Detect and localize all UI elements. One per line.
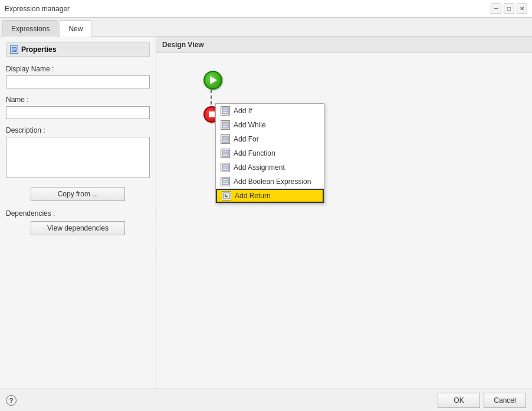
close-button[interactable]: ✕ <box>517 4 527 14</box>
view-dependencies-button[interactable]: View dependencies <box>31 221 125 235</box>
menu-item-add-while[interactable]: Add While <box>216 118 324 132</box>
title-bar-controls: ─ □ ✕ <box>491 4 527 14</box>
svg-rect-13 <box>222 150 228 156</box>
cancel-button[interactable]: Cancel <box>484 393 526 408</box>
svg-rect-10 <box>222 136 228 142</box>
add-for-icon <box>221 134 230 144</box>
display-name-group: Display Name : <box>6 65 150 88</box>
copy-from-button[interactable]: Copy from ... <box>31 187 125 201</box>
add-if-icon <box>221 106 230 116</box>
left-panel: Properties Display Name : Name : Descrip… <box>0 37 156 389</box>
play-icon <box>210 76 217 84</box>
help-button[interactable]: ? <box>6 395 17 406</box>
right-panel: Design View <box>156 37 532 389</box>
ok-button[interactable]: OK <box>438 393 480 408</box>
minimize-button[interactable]: ─ <box>491 4 501 14</box>
add-assignment-icon <box>221 163 230 172</box>
menu-item-add-for[interactable]: Add For <box>216 132 324 146</box>
bottom-buttons: OK Cancel <box>438 393 526 408</box>
context-menu: Add If Add While <box>215 103 324 203</box>
display-name-label: Display Name : <box>6 65 150 73</box>
bottom-bar: ? OK Cancel <box>0 389 532 411</box>
tab-bar: Expressions New <box>0 18 532 37</box>
menu-item-add-assignment[interactable]: Add Assignment <box>216 160 324 175</box>
add-boolean-icon <box>221 177 230 186</box>
name-input[interactable] <box>6 106 150 119</box>
design-view-header: Design View <box>156 37 532 53</box>
description-label: Description : <box>6 126 150 134</box>
menu-item-add-if[interactable]: Add If <box>216 104 324 118</box>
add-while-icon <box>221 120 230 130</box>
dependencies-label: Dependencies : <box>6 209 150 218</box>
description-textarea[interactable] <box>6 137 150 178</box>
name-label: Name : <box>6 96 150 104</box>
title-bar: Expression manager ─ □ ✕ <box>0 0 532 18</box>
add-return-icon <box>222 191 231 200</box>
dependencies-group: Dependencies : View dependencies <box>6 209 150 235</box>
play-button[interactable] <box>203 71 222 90</box>
svg-rect-4 <box>222 108 228 114</box>
menu-item-add-boolean[interactable]: Add Boolean Expression <box>216 175 324 189</box>
design-canvas: Add If Add While <box>156 53 532 389</box>
stop-icon <box>209 111 215 117</box>
title-bar-left: Expression manager <box>5 5 70 13</box>
menu-item-add-return[interactable]: Add Return <box>216 189 324 203</box>
tab-expressions[interactable]: Expressions <box>2 20 58 37</box>
svg-rect-7 <box>222 122 228 128</box>
properties-label: Properties <box>21 45 56 54</box>
main-content: Properties Display Name : Name : Descrip… <box>0 37 532 389</box>
properties-icon <box>10 45 18 54</box>
maximize-button[interactable]: □ <box>504 4 514 14</box>
name-group: Name : <box>6 96 150 119</box>
properties-panel-header: Properties <box>6 42 150 57</box>
svg-rect-19 <box>222 179 228 185</box>
window-title: Expression manager <box>5 5 70 13</box>
svg-rect-16 <box>222 165 228 170</box>
display-name-input[interactable] <box>6 75 150 88</box>
add-function-icon <box>221 149 230 158</box>
tab-new[interactable]: New <box>60 20 91 37</box>
description-group: Description : <box>6 126 150 180</box>
menu-item-add-function[interactable]: Add Function <box>216 146 324 160</box>
